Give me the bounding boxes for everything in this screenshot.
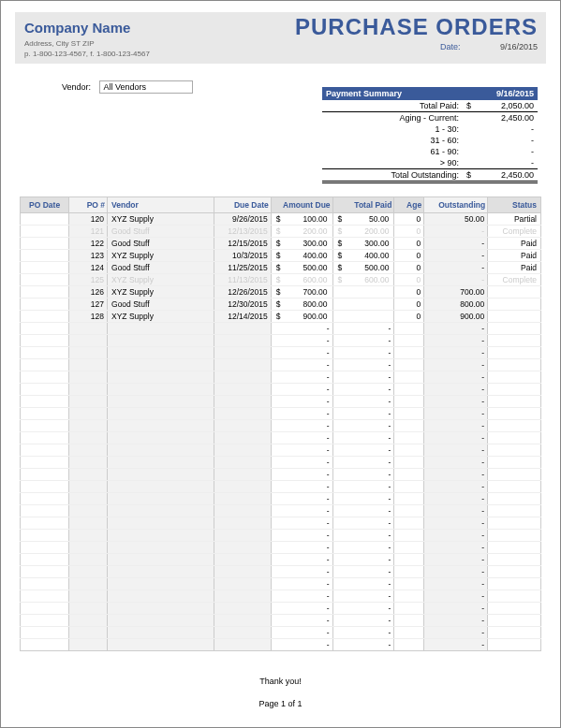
cell — [214, 493, 271, 505]
cell — [394, 384, 424, 396]
table-row: 121Good Stuff12/13/2015$200.00$200.000-C… — [21, 226, 541, 238]
summary-currency — [466, 158, 478, 167]
summary-value: 2,450.00 — [478, 170, 534, 180]
cell: - — [271, 359, 332, 371]
cell — [488, 384, 541, 396]
table-row-blank: --- — [21, 530, 541, 542]
cell: - — [271, 432, 332, 444]
cell: - — [332, 408, 394, 420]
table-row-blank: --- — [21, 554, 541, 566]
cell — [488, 323, 541, 335]
cell — [488, 396, 541, 408]
cell-out: 800.00 — [424, 298, 488, 311]
cell: - — [271, 639, 332, 651]
col-podate: PO Date — [21, 197, 69, 213]
table-row-blank: --- — [21, 639, 541, 651]
summary-value: 2,050.00 — [478, 101, 534, 110]
cell-podate — [21, 226, 69, 238]
cell: - — [424, 554, 488, 566]
cell — [21, 530, 69, 542]
cell — [69, 578, 108, 590]
cell — [488, 469, 541, 481]
cell — [214, 615, 271, 627]
cell: - — [271, 603, 332, 615]
po-table-wrap: PO Date PO # Vendor Due Date Amount Due … — [20, 197, 541, 651]
cell — [108, 469, 214, 481]
cell — [69, 481, 108, 493]
col-vendor: Vendor — [108, 197, 214, 213]
cell: - — [332, 323, 394, 335]
cell — [108, 566, 214, 578]
cell-out: 700.00 — [424, 286, 488, 298]
table-row: 122Good Stuff12/15/2015$300.00$300.000-P… — [21, 238, 541, 250]
cell — [488, 603, 541, 615]
cell — [69, 566, 108, 578]
cell — [108, 590, 214, 603]
summary-label: 61 - 90: — [326, 147, 466, 156]
cell — [108, 420, 214, 432]
cell: - — [271, 578, 332, 590]
cell-out: - — [424, 262, 488, 274]
cell-vendor: Good Stuff — [108, 226, 214, 238]
cell — [21, 469, 69, 481]
footer-thank: Thank you! — [1, 677, 560, 686]
cell — [108, 493, 214, 505]
cell-vendor: Good Stuff — [108, 238, 214, 250]
cell — [214, 505, 271, 517]
cell — [488, 432, 541, 444]
cell — [214, 444, 271, 457]
cell — [69, 542, 108, 554]
cell — [214, 530, 271, 542]
cell-age: 0 — [394, 262, 424, 274]
cell-podate — [21, 311, 69, 323]
cell — [214, 481, 271, 493]
cell — [108, 408, 214, 420]
cell — [21, 627, 69, 639]
cell — [214, 578, 271, 590]
cell — [69, 517, 108, 530]
cell — [394, 323, 424, 335]
cell: - — [271, 566, 332, 578]
cell — [69, 420, 108, 432]
cell: - — [332, 554, 394, 566]
cell: - — [332, 517, 394, 530]
cell: - — [424, 603, 488, 615]
cell — [214, 432, 271, 444]
cell: - — [271, 627, 332, 639]
cell — [214, 517, 271, 530]
cell-ponum: 124 — [69, 262, 108, 274]
cell: - — [424, 517, 488, 530]
cell-ponum: 121 — [69, 226, 108, 238]
cell — [394, 420, 424, 432]
cell-ponum: 128 — [69, 311, 108, 323]
cell-vendor: Good Stuff — [108, 262, 214, 274]
cell: - — [271, 347, 332, 359]
summary-row: Total Outstanding:$2,450.00 — [322, 169, 538, 183]
cell: - — [271, 505, 332, 517]
cell — [394, 493, 424, 505]
cell-out: - — [424, 274, 488, 286]
col-out: Outstanding — [424, 197, 488, 213]
cell-status: Complete — [488, 274, 541, 286]
summary-label: > 90: — [326, 158, 466, 167]
table-row-blank: --- — [21, 542, 541, 554]
cell — [108, 615, 214, 627]
cell — [108, 517, 214, 530]
cell — [69, 590, 108, 603]
summary-currency — [466, 136, 478, 145]
cell — [488, 578, 541, 590]
cell — [394, 542, 424, 554]
cell — [69, 603, 108, 615]
cell — [69, 505, 108, 517]
cell: - — [271, 517, 332, 530]
payment-summary: Payment Summary 9/16/2015 Total Paid:$2,… — [322, 87, 538, 183]
summary-title: Payment Summary — [326, 89, 402, 98]
cell: - — [271, 542, 332, 554]
cell — [21, 578, 69, 590]
vendor-input[interactable]: All Vendors — [99, 80, 193, 94]
cell: - — [332, 420, 394, 432]
cell: - — [332, 444, 394, 457]
cell-out: - — [424, 238, 488, 250]
table-row-blank: --- — [21, 359, 541, 371]
cell — [394, 615, 424, 627]
